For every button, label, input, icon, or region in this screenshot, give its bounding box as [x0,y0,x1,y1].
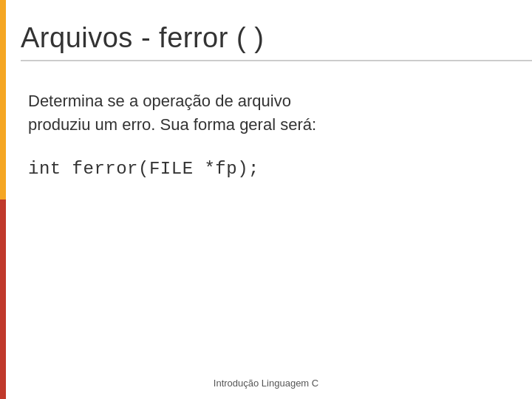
description-text: Determina se a operação de arquivo produ… [28,89,532,137]
slide-title: Arquivos - ferror ( ) [21,22,532,54]
accent-bar [0,0,6,399]
accent-bar-top [0,0,6,200]
description-line2: produziu um erro. Sua forma geral será: [28,115,316,134]
description-line1: Determina se a operação de arquivo [28,92,291,110]
accent-bar-bottom [0,200,6,399]
title-section: Arquivos - ferror ( ) [21,22,532,61]
slide-footer: Introdução Linguagem C [0,378,532,389]
content-area: Arquivos - ferror ( ) Determina se a ope… [21,0,532,399]
code-block: int ferror(FILE *fp); [28,159,532,179]
slide-container: Arquivos - ferror ( ) Determina se a ope… [0,0,532,399]
body-section: Determina se a operação de arquivo produ… [28,89,532,179]
